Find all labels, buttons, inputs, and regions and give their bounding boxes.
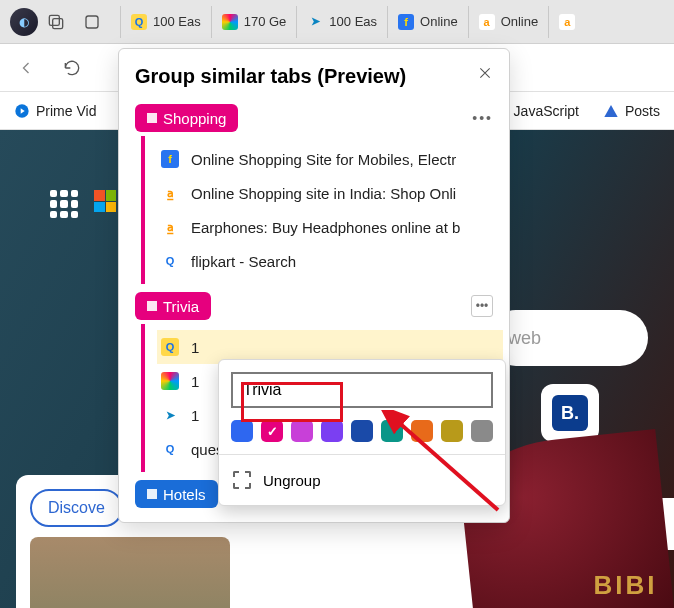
grouped-tab-title: Online Shopping site in India: Shop Onli	[191, 185, 456, 202]
ungroup-label: Ungroup	[263, 472, 321, 489]
app-launcher-icon[interactable]	[50, 190, 78, 218]
play-icon	[14, 103, 30, 119]
discover-tab[interactable]: Discove	[30, 489, 123, 527]
group-name: Shopping	[163, 110, 226, 127]
svg-rect-2	[86, 16, 98, 28]
grouped-tab-title: 1	[191, 407, 199, 424]
browser-tabstrip: ◐ Q100 Eas 170 Ge ➤100 Eas fOnline aOnli…	[0, 0, 674, 44]
tab-label: Online	[420, 14, 458, 29]
tab-label: 100 Eas	[153, 14, 201, 29]
group-tablist-shopping: fOnline Shopping Site for Mobiles, Elect…	[141, 136, 503, 284]
tab[interactable]: 170 Ge	[211, 6, 297, 38]
tab[interactable]: Q100 Eas	[120, 6, 211, 38]
quiz-icon: Q	[161, 338, 179, 356]
ungroup-icon	[233, 471, 251, 489]
grouped-tab-title: 1	[191, 339, 199, 356]
amazon-icon: a̲	[161, 218, 179, 236]
bing-icon: ➤	[161, 406, 179, 424]
refresh-button[interactable]	[56, 52, 88, 84]
favorite-item[interactable]: Prime Vid	[14, 103, 96, 119]
grouped-tab-title: Earphones: Buy Headphones online at b	[191, 219, 460, 236]
color-swatch-teal[interactable]	[381, 420, 403, 442]
search-icon: Q	[161, 252, 179, 270]
grouped-tab-title: Online Shopping Site for Mobiles, Electr	[191, 151, 456, 168]
amazon-icon: a̲	[161, 184, 179, 202]
square-icon	[147, 489, 157, 499]
profile-avatar[interactable]: ◐	[10, 8, 38, 36]
close-button[interactable]	[473, 61, 497, 85]
svg-rect-0	[49, 15, 59, 25]
square-icon	[147, 113, 157, 123]
grouped-tab[interactable]: fOnline Shopping Site for Mobiles, Elect…	[157, 142, 503, 176]
group-chip-shopping[interactable]: Shopping	[135, 104, 238, 132]
tab[interactable]: fOnline	[387, 6, 468, 38]
search-icon: Q	[161, 440, 179, 458]
tab[interactable]: aOnline	[468, 6, 549, 38]
color-swatch-olive[interactable]	[441, 420, 463, 442]
svg-rect-1	[53, 18, 63, 28]
booking-icon: B.	[552, 395, 588, 431]
tab[interactable]: ➤100 Eas	[296, 6, 387, 38]
search-box[interactable]: web	[488, 310, 648, 366]
grouped-tab[interactable]: Qflipkart - Search	[157, 244, 503, 278]
triangle-icon	[603, 103, 619, 119]
color-swatch-grey[interactable]	[471, 420, 493, 442]
tab-label: 170 Ge	[244, 14, 287, 29]
color-swatch-magenta[interactable]	[291, 420, 313, 442]
group-menu-button[interactable]: •••	[471, 295, 493, 317]
group-name-input[interactable]	[231, 372, 493, 408]
favorite-item[interactable]: Posts	[603, 103, 660, 119]
color-swatches	[231, 420, 493, 442]
microsoft-logo-icon	[94, 190, 116, 212]
group-name: Hotels	[163, 486, 206, 503]
group-chip-trivia[interactable]: Trivia	[135, 292, 211, 320]
popup-title: Group similar tabs (Preview)	[135, 65, 503, 88]
workspaces-icon[interactable]	[38, 4, 74, 40]
group-menu-button[interactable]: •••	[472, 110, 493, 126]
grouped-tab[interactable]: a̲Online Shopping site in India: Shop On…	[157, 176, 503, 210]
ungroup-button[interactable]: Ungroup	[231, 467, 493, 493]
tab-label: 100 Eas	[329, 14, 377, 29]
favorite-label: Posts	[625, 103, 660, 119]
copilot-icon	[161, 372, 179, 390]
group-edit-flyout: Ungroup	[218, 359, 506, 506]
tab-actions-icon[interactable]	[74, 4, 110, 40]
square-icon	[147, 301, 157, 311]
grouped-tab-title: 1	[191, 373, 199, 390]
tab-label: Online	[501, 14, 539, 29]
feed-card-image[interactable]	[30, 537, 230, 608]
flipkart-icon: f	[161, 150, 179, 168]
group-chip-hotels[interactable]: Hotels	[135, 480, 218, 508]
group-name: Trivia	[163, 298, 199, 315]
tabs-container: Q100 Eas 170 Ge ➤100 Eas fOnline aOnline…	[120, 0, 591, 43]
search-placeholder: web	[508, 328, 541, 349]
color-swatch-purple[interactable]	[321, 420, 343, 442]
color-swatch-navy[interactable]	[351, 420, 373, 442]
favorite-label: Prime Vid	[36, 103, 96, 119]
color-swatch-pink[interactable]	[261, 420, 283, 442]
color-swatch-blue[interactable]	[231, 420, 253, 442]
grouped-tab[interactable]: a̲Earphones: Buy Headphones online at b	[157, 210, 503, 244]
divider	[219, 454, 505, 455]
back-button[interactable]	[10, 52, 42, 84]
favorite-label: - JavaScript	[505, 103, 579, 119]
tab[interactable]: a	[548, 6, 591, 38]
color-swatch-orange[interactable]	[411, 420, 433, 442]
bible-text: BIBI	[593, 570, 657, 601]
favorite-item[interactable]: - JavaScript	[505, 103, 579, 119]
grouped-tab-title: flipkart - Search	[191, 253, 296, 270]
